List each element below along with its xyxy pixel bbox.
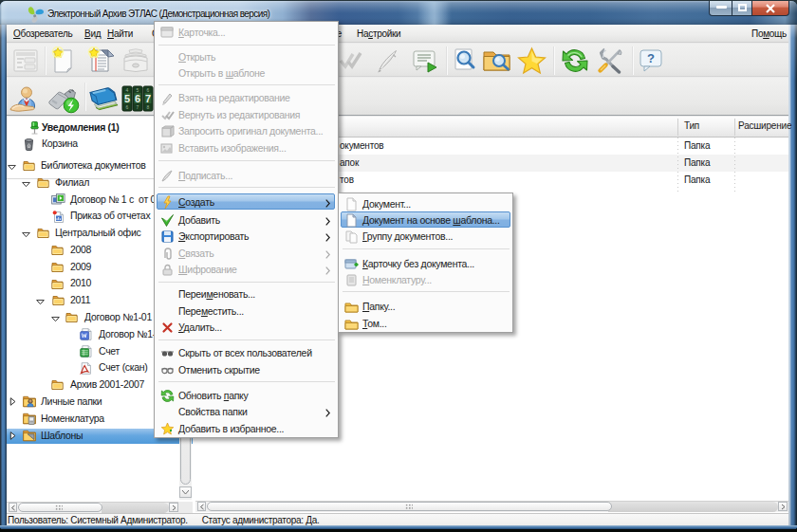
- svg-text:6: 6: [135, 93, 140, 104]
- svg-text:5: 5: [137, 87, 139, 93]
- svg-text:5: 5: [124, 93, 130, 104]
- svg-text:?: ?: [647, 51, 655, 65]
- svg-text:7: 7: [137, 104, 139, 110]
- svg-text:6: 6: [126, 104, 129, 110]
- svg-text:7: 7: [145, 93, 151, 104]
- svg-text:4: 4: [126, 87, 129, 93]
- svg-text:8: 8: [147, 104, 150, 110]
- svg-text:6: 6: [147, 87, 150, 93]
